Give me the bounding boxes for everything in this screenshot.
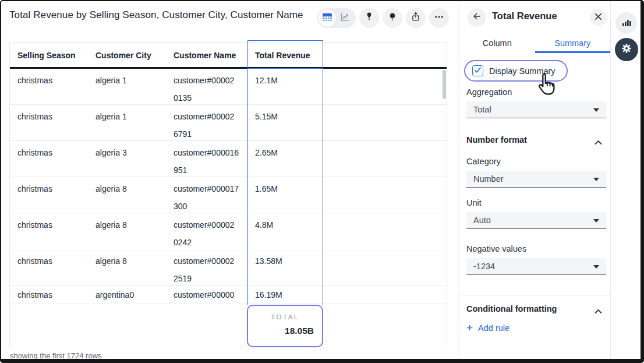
- tab-column[interactable]: Column: [459, 33, 535, 53]
- display-summary-checkbox[interactable]: [472, 65, 483, 76]
- cell-city: algeria 3: [95, 147, 127, 158]
- app-window: Total Revenue by Selling Season, Custome…: [0, 0, 644, 363]
- display-summary-label: Display Summary: [489, 66, 555, 76]
- aggregation-label: Aggregation: [466, 87, 512, 97]
- column-header-customer-city[interactable]: Customer City: [95, 51, 151, 60]
- selected-column-header-outline: [247, 40, 323, 69]
- more-options-icon: [433, 11, 445, 25]
- visualizations-button[interactable]: [615, 12, 637, 34]
- cell-city: algeria 8: [95, 183, 127, 195]
- unit-label: Unit: [466, 198, 482, 207]
- cell-season: christmas: [17, 289, 52, 301]
- negative-values-dropdown[interactable]: -1234: [466, 258, 606, 275]
- cell-customer-name: customer#000017300: [174, 183, 245, 212]
- total-summary-box[interactable]: TOTAL 18.05B: [247, 305, 323, 347]
- number-format-section[interactable]: Number format: [466, 135, 527, 145]
- more-options-button[interactable]: [429, 8, 449, 28]
- page-title: Total Revenue by Selling Season, Custome…: [9, 9, 303, 21]
- cell-city: algeria 8: [95, 219, 127, 231]
- table-view-button[interactable]: [319, 9, 336, 27]
- aggregation-dropdown[interactable]: Total: [466, 101, 606, 118]
- add-rule-label: Add rule: [478, 323, 509, 333]
- tab-summary[interactable]: Summary: [535, 33, 611, 53]
- add-rule-button[interactable]: + Add rule: [466, 323, 509, 333]
- cell-revenue: 12.1M: [255, 75, 278, 86]
- panel-tabs: Column Summary: [459, 33, 610, 53]
- answer-area: Total Revenue by Selling Season, Custome…: [1, 1, 459, 359]
- cell-name-line1: customer#00000: [174, 289, 245, 301]
- back-button[interactable]: [468, 8, 486, 27]
- negative-values-label: Negative values: [466, 244, 526, 253]
- cell-name-line2: 2519: [174, 273, 245, 284]
- collapse-number-format-icon[interactable]: [595, 137, 602, 142]
- cell-name-line1: customer#00002: [174, 75, 245, 86]
- table-row[interactable]: christmas algeria 8 customer#000022519 1…: [10, 249, 447, 286]
- chart-view-icon: [339, 12, 350, 24]
- pin-button[interactable]: [359, 8, 379, 28]
- cell-city: algeria 1: [95, 111, 127, 122]
- row-count-note: showing the first 1724 rows: [10, 351, 102, 360]
- table-row[interactable]: christmas algeria 8 customer#000020242 4…: [10, 213, 447, 249]
- cell-name-line1: customer#000017: [174, 183, 245, 195]
- category-dropdown[interactable]: Number: [466, 171, 606, 188]
- conditional-formatting-section[interactable]: Conditional formatting: [466, 304, 557, 313]
- cell-name-line1: customer#000016: [174, 147, 245, 158]
- chart-view-button[interactable]: [336, 9, 353, 27]
- cell-season: christmas: [17, 147, 52, 158]
- cell-season: christmas: [17, 111, 52, 122]
- table-row[interactable]: christmas algeria 3 customer#000016951 2…: [10, 141, 447, 177]
- table-row[interactable]: christmas algeria 8 customer#000017300 1…: [10, 177, 447, 213]
- lightbulb-button[interactable]: [383, 8, 402, 28]
- cell-customer-name: customer#000026791: [174, 111, 245, 140]
- close-icon: [595, 12, 602, 23]
- table-row[interactable]: christmas algeria 1 customer#000020135 1…: [10, 69, 447, 105]
- table-row[interactable]: christmas algeria 1 customer#000026791 5…: [10, 105, 447, 141]
- bar-chart-icon: [621, 17, 632, 30]
- close-button[interactable]: [590, 9, 607, 26]
- cell-revenue: 1.65M: [255, 183, 278, 195]
- cell-name-line1: customer#00002: [174, 219, 245, 231]
- cell-name-line2: 951: [174, 164, 245, 176]
- cell-season: christmas: [17, 219, 52, 231]
- cell-revenue: 16.19M: [255, 289, 282, 301]
- view-toolbar: [317, 8, 449, 28]
- cell-season: christmas: [17, 255, 52, 267]
- settings-button[interactable]: [615, 38, 638, 61]
- right-rail: [610, 1, 641, 359]
- unit-value: Auto: [473, 216, 491, 225]
- column-header-customer-name[interactable]: Customer Name: [174, 51, 236, 60]
- table-scrollbar[interactable]: [443, 70, 446, 99]
- total-value: 18.05B: [248, 326, 322, 336]
- data-table: Selling Season Customer City Customer Na…: [9, 42, 447, 348]
- cell-city: argentina0: [95, 289, 134, 301]
- table-view-icon: [322, 13, 332, 24]
- cell-customer-name: customer#000016951: [174, 147, 245, 176]
- selected-column-border: [323, 69, 324, 305]
- cell-customer-name: customer#000020135: [174, 75, 245, 104]
- cell-revenue: 4.8M: [255, 219, 273, 231]
- cell-customer-name: customer#000020242: [174, 219, 245, 248]
- negative-values-value: -1234: [473, 262, 495, 271]
- cell-city: algeria 1: [95, 75, 127, 86]
- back-arrow-icon: [472, 11, 482, 24]
- share-button[interactable]: [406, 8, 426, 28]
- column-header-selling-season[interactable]: Selling Season: [17, 51, 76, 60]
- cell-name-line2: 0135: [174, 92, 245, 104]
- cell-name-line2: 300: [174, 200, 245, 212]
- selected-column-border: [247, 69, 249, 305]
- column-settings-panel: Total Revenue Column Summary Display Sum…: [459, 1, 610, 359]
- cell-customer-name: customer#000022519: [174, 255, 245, 284]
- table-header-row: Selling Season Customer City Customer Na…: [10, 43, 447, 69]
- cell-name-line2: 6791: [174, 128, 245, 140]
- checkmark-icon: [474, 66, 482, 76]
- cell-season: christmas: [17, 183, 52, 195]
- table-row[interactable]: christmas argentina0 customer#00000 16.1…: [10, 286, 447, 304]
- cell-name-line1: customer#00002: [174, 255, 245, 267]
- cell-city: algeria 8: [95, 255, 127, 267]
- lightbulb-icon: [387, 11, 398, 25]
- collapse-conditional-formatting-icon[interactable]: [595, 306, 602, 311]
- plus-icon: +: [466, 323, 473, 333]
- summary-row: [10, 304, 447, 348]
- unit-dropdown[interactable]: Auto: [466, 212, 606, 229]
- pin-icon: [363, 11, 375, 25]
